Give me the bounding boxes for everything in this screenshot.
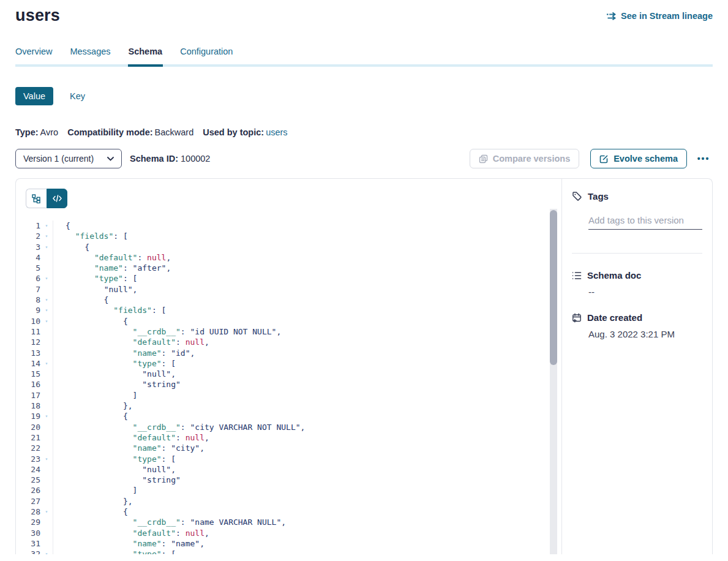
tags-input[interactable] <box>588 214 702 230</box>
code-editor[interactable]: 1▾{2▾ "fields": [3▾ {4 "default": null,5… <box>26 220 561 554</box>
fold-spacer <box>40 538 53 549</box>
type-field: Type:Avro <box>15 127 58 137</box>
line-number: 9 <box>26 305 40 315</box>
schema-id-label: Schema ID: <box>130 154 178 164</box>
fold-toggle-icon[interactable]: ▾ <box>40 295 53 305</box>
line-number: 17 <box>26 390 40 401</box>
code-line: 14▾ "type": [ <box>26 358 561 369</box>
type-label: Type: <box>15 127 39 137</box>
line-number: 6 <box>26 273 40 284</box>
version-select-value: Version 1 (current) <box>23 154 94 164</box>
stream-lineage-icon <box>606 12 617 20</box>
code-line: 27 }, <box>26 496 561 506</box>
line-number: 19 <box>26 411 40 421</box>
tab-overview[interactable]: Overview <box>15 47 52 64</box>
code-line: 19▾ { <box>26 411 561 421</box>
topic-link[interactable]: users <box>266 127 287 137</box>
code-line-text: "default": null, <box>53 252 171 263</box>
calendar-add-icon <box>572 313 582 323</box>
line-number: 29 <box>26 517 40 527</box>
line-number: 25 <box>26 475 40 485</box>
code-line: 12 "default": null, <box>26 337 561 347</box>
stream-lineage-label: See in Stream lineage <box>621 11 713 21</box>
tab-messages[interactable]: Messages <box>70 47 110 64</box>
code-line-text: "__crdb__": "name VARCHAR NULL", <box>53 517 286 527</box>
key-toggle-link[interactable]: Key <box>70 91 85 101</box>
fold-toggle-icon[interactable]: ▾ <box>40 220 53 231</box>
code-line-text: "type": [ <box>53 358 176 369</box>
code-line: 1▾{ <box>26 220 561 231</box>
fold-toggle-icon[interactable]: ▾ <box>40 231 53 241</box>
editor-scrollbar-thumb[interactable] <box>550 210 557 365</box>
compatibility-field: Compatibility mode:Backward <box>67 127 193 137</box>
fold-spacer <box>40 379 53 390</box>
fold-spacer <box>40 443 53 453</box>
fold-spacer <box>40 464 53 475</box>
tab-configuration[interactable]: Configuration <box>180 47 233 64</box>
code-line: 25 "string" <box>26 475 561 485</box>
code-line: 2▾ "fields": [ <box>26 231 561 241</box>
code-view-button[interactable] <box>47 189 67 208</box>
stream-lineage-link[interactable]: See in Stream lineage <box>606 11 713 21</box>
code-line-text: "name": "city", <box>53 443 205 453</box>
schema-sidebar: Tags Schema doc -- <box>561 179 712 554</box>
fold-toggle-icon[interactable]: ▾ <box>40 411 53 421</box>
tag-icon <box>572 191 582 201</box>
version-select[interactable]: Version 1 (current) <box>15 149 122 168</box>
date-created-section: Date created Aug. 3 2022 3:21 PM <box>572 312 702 339</box>
evolve-schema-icon <box>599 154 609 164</box>
code-line: 16 "string" <box>26 379 561 390</box>
schema-page: users See in Stream lineage Overview Mes… <box>0 0 728 554</box>
fold-toggle-icon[interactable]: ▾ <box>40 273 53 284</box>
schema-doc-section: Schema doc -- <box>572 270 702 297</box>
page-header: users See in Stream lineage <box>15 0 713 25</box>
editor-scrollbar[interactable] <box>550 209 557 554</box>
schema-id-value: 100002 <box>181 154 210 164</box>
subject-toggle: Value Key <box>15 87 713 105</box>
tab-schema[interactable]: Schema <box>129 47 163 64</box>
code-line-text: "type": [ <box>53 454 176 464</box>
tree-view-button[interactable] <box>26 189 47 208</box>
code-line-text: ] <box>53 485 137 495</box>
code-line: 21 "default": null, <box>26 432 561 443</box>
schema-doc-heading: Schema doc <box>572 270 702 280</box>
schema-doc-value: -- <box>588 287 702 297</box>
code-line: 24 "null", <box>26 464 561 475</box>
fold-toggle-icon[interactable]: ▾ <box>40 358 53 369</box>
line-number: 15 <box>26 369 40 379</box>
code-line-text: "default": null, <box>53 337 209 347</box>
sidebar-divider <box>572 253 702 254</box>
fold-toggle-icon[interactable]: ▾ <box>40 316 53 326</box>
line-number: 22 <box>26 443 40 453</box>
compare-versions-button[interactable]: Compare versions <box>470 149 580 168</box>
code-line-text: "null", <box>53 284 137 295</box>
compare-versions-label: Compare versions <box>493 154 571 164</box>
fold-toggle-icon[interactable]: ▾ <box>40 454 53 464</box>
line-number: 11 <box>26 326 40 337</box>
value-toggle-button[interactable]: Value <box>15 87 53 105</box>
code-line: 26 ] <box>26 485 561 495</box>
code-line-text: "string" <box>53 379 181 390</box>
compare-versions-icon <box>479 154 488 164</box>
fold-toggle-icon[interactable]: ▾ <box>40 305 53 315</box>
fold-toggle-icon[interactable]: ▾ <box>40 549 53 554</box>
compatibility-value: Backward <box>155 127 194 137</box>
tags-title: Tags <box>588 191 609 201</box>
fold-toggle-icon[interactable]: ▾ <box>40 242 53 252</box>
compatibility-label: Compatibility mode: <box>67 127 152 137</box>
code-line-text: { <box>53 411 128 421</box>
code-line: 20 "__crdb__": "city VARCHAR NOT NULL", <box>26 422 561 432</box>
line-number: 28 <box>26 506 40 517</box>
code-line: 7 "null", <box>26 284 561 295</box>
schema-doc-title: Schema doc <box>587 270 641 280</box>
line-number: 30 <box>26 528 40 538</box>
code-line-text: "fields": [ <box>53 231 128 241</box>
evolve-schema-button[interactable]: Evolve schema <box>590 149 687 168</box>
fold-toggle-icon[interactable]: ▾ <box>40 506 53 517</box>
code-line-text: { <box>53 220 70 231</box>
more-options-button[interactable]: ••• <box>694 149 713 168</box>
fold-spacer <box>40 485 53 495</box>
date-created-value: Aug. 3 2022 3:21 PM <box>588 329 702 339</box>
code-line: 17 ] <box>26 390 561 401</box>
code-line-text: "name": "after", <box>53 263 171 273</box>
